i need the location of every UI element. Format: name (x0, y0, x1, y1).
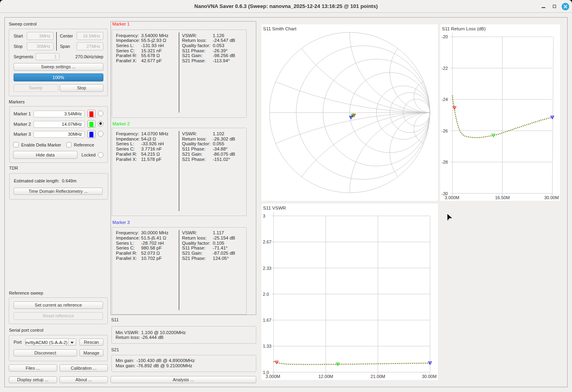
svg-text:-28: -28 (441, 160, 448, 164)
svg-text:30.00M: 30.00M (422, 374, 437, 379)
svg-text:30.00M: 30.00M (544, 195, 559, 200)
svg-text:1.67: 1.67 (263, 318, 271, 323)
svg-text:-20: -20 (441, 34, 448, 39)
svg-text:S11 Smith Chart: S11 Smith Chart (263, 26, 297, 31)
svg-text:-26: -26 (441, 129, 448, 133)
svg-text:S11 Return Loss (dB): S11 Return Loss (dB) (442, 26, 486, 31)
svg-text:3.000M: 3.000M (265, 374, 280, 379)
svg-text:1.33: 1.33 (263, 344, 271, 348)
svg-text:S11 VSWR: S11 VSWR (263, 206, 286, 210)
svg-text:2.67: 2.67 (263, 240, 271, 244)
svg-text:16.50M: 16.50M (495, 195, 510, 200)
svg-text:-24: -24 (441, 97, 448, 102)
svg-text:3.000M: 3.000M (445, 195, 459, 200)
svg-text:2.0: 2.0 (263, 291, 269, 296)
svg-text:21.00M: 21.00M (370, 374, 385, 379)
svg-text:2.33: 2.33 (263, 265, 271, 270)
svg-text:12.00M: 12.00M (319, 374, 333, 379)
svg-text:3: 3 (263, 214, 265, 218)
svg-text:-22: -22 (441, 66, 448, 71)
